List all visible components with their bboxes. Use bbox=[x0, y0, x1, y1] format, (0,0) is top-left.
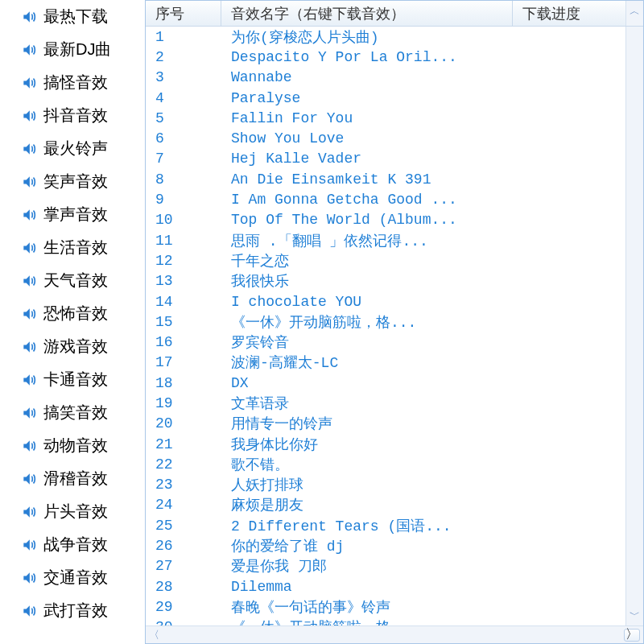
row-index: 1 bbox=[146, 29, 221, 45]
row-name: 罗宾铃音 bbox=[221, 332, 514, 352]
table-row[interactable]: 5Fallin For You bbox=[146, 108, 625, 128]
sidebar-item[interactable]: 滑稽音效 bbox=[21, 462, 138, 495]
table-row[interactable]: 26你的爱给了谁 dj bbox=[146, 535, 625, 555]
speaker-icon bbox=[21, 141, 37, 157]
scroll-right-icon[interactable]: 〉 bbox=[624, 629, 640, 642]
table-row[interactable]: 20用情专一的铃声 bbox=[146, 414, 625, 434]
row-index: 28 bbox=[146, 579, 221, 595]
table-row[interactable]: 1为你(穿梭恋人片头曲) bbox=[146, 27, 625, 47]
sidebar-item[interactable]: 交通音效 bbox=[21, 561, 138, 594]
table-row[interactable]: 252 Different Tears (国语... bbox=[146, 515, 625, 535]
table-row[interactable]: 11思雨 .「翻唱 」依然记得... bbox=[146, 230, 625, 250]
sidebar-item[interactable]: 恐怖音效 bbox=[21, 297, 138, 330]
table-body: 1为你(穿梭恋人片头曲)2Despacito Y Por La Oril...3… bbox=[146, 27, 625, 625]
sidebar-item[interactable]: 搞笑音效 bbox=[21, 396, 138, 429]
speaker-icon bbox=[21, 405, 37, 421]
speaker-icon bbox=[21, 372, 37, 388]
sidebar-item[interactable]: 游戏音效 bbox=[21, 330, 138, 363]
sidebar-item[interactable]: 片头音效 bbox=[21, 495, 138, 528]
header-index[interactable]: 序号 bbox=[146, 1, 221, 26]
sidebar-item[interactable]: 卡通音效 bbox=[21, 363, 138, 396]
table-row[interactable]: 9I Am Gonna Getcha Good ... bbox=[146, 189, 625, 209]
sidebar-item[interactable]: 武打音效 bbox=[21, 594, 138, 627]
header-progress[interactable]: 下载进度 bbox=[513, 1, 625, 26]
vertical-scrollbar-top[interactable]: ︿ bbox=[625, 1, 643, 26]
table-row[interactable]: 18DX bbox=[146, 373, 625, 393]
table-row[interactable]: 16罗宾铃音 bbox=[146, 332, 625, 352]
table-row[interactable]: 22歌不错。 bbox=[146, 454, 625, 474]
table-row[interactable]: 21我身体比你好 bbox=[146, 434, 625, 454]
table-row[interactable]: 7Hej Kalle Vader bbox=[146, 149, 625, 169]
sidebar-item[interactable]: 生活音效 bbox=[21, 231, 138, 264]
row-name: I Am Gonna Getcha Good ... bbox=[221, 192, 514, 208]
row-index: 6 bbox=[146, 130, 221, 147]
table-row[interactable]: 28Dilemma bbox=[146, 576, 625, 597]
row-index: 16 bbox=[146, 334, 221, 350]
table-row[interactable]: 4Paralyse bbox=[146, 88, 625, 108]
row-name: 人妖打排球 bbox=[221, 475, 514, 494]
scroll-up-icon[interactable]: ︿ bbox=[630, 4, 640, 19]
sidebar-item[interactable]: 动物音效 bbox=[21, 429, 138, 462]
vertical-scrollbar[interactable]: ﹀ bbox=[625, 27, 643, 625]
table-row[interactable]: 29春晚《一句话的事》铃声 bbox=[146, 597, 625, 617]
sidebar-item[interactable]: 笑声音效 bbox=[21, 165, 138, 198]
table-row[interactable]: 3Wannabe bbox=[146, 68, 625, 88]
row-index: 5 bbox=[146, 110, 221, 126]
table-row[interactable]: 10Top Of The World (Album... bbox=[146, 210, 625, 230]
sidebar-item[interactable]: 抖音音效 bbox=[21, 99, 138, 132]
table-row[interactable]: 2Despacito Y Por La Oril... bbox=[146, 47, 625, 67]
sidebar-item-label: 笑声音效 bbox=[43, 171, 108, 192]
sidebar-item-label: 滑稽音效 bbox=[43, 468, 108, 489]
sidebar-item[interactable]: 搞怪音效 bbox=[21, 66, 138, 99]
sidebar-item-label: 抖音音效 bbox=[43, 105, 108, 126]
sidebar-item-label: 最新DJ曲 bbox=[43, 39, 111, 60]
row-name: I chocolate YOU bbox=[221, 294, 514, 310]
table-row[interactable]: 17波澜-高耀太-LC bbox=[146, 353, 625, 373]
sidebar-item-label: 交通音效 bbox=[43, 567, 108, 588]
row-index: 25 bbox=[146, 518, 221, 534]
row-index: 10 bbox=[146, 212, 221, 228]
speaker-icon bbox=[21, 207, 37, 223]
sidebar-item[interactable]: 最热下载 bbox=[21, 0, 138, 33]
row-name: Dilemma bbox=[221, 579, 514, 595]
row-name: Show You Love bbox=[221, 130, 514, 147]
table-row[interactable]: 24麻烦是朋友 bbox=[146, 495, 625, 515]
row-name: Hej Kalle Vader bbox=[221, 151, 514, 167]
sidebar-item[interactable]: 掌声音效 bbox=[21, 198, 138, 231]
table-body-wrap: 1为你(穿梭恋人片头曲)2Despacito Y Por La Oril...3… bbox=[146, 27, 643, 625]
header-name[interactable]: 音效名字（右键下载音效） bbox=[221, 1, 513, 26]
table-row[interactable]: 15《一休》开动脑筋啦，格... bbox=[146, 312, 625, 332]
row-index: 3 bbox=[146, 69, 221, 85]
row-index: 23 bbox=[146, 477, 221, 493]
table-row[interactable]: 12千年之恋 bbox=[146, 250, 625, 270]
table-row[interactable]: 27爱是你我 刀郎 bbox=[146, 556, 625, 576]
row-name: 春晚《一句话的事》铃声 bbox=[221, 597, 514, 617]
main-panel: 序号 音效名字（右键下载音效） 下载进度 ︿ 1为你(穿梭恋人片头曲)2Desp… bbox=[145, 0, 644, 644]
row-name: 波澜-高耀太-LC bbox=[221, 353, 514, 372]
row-index: 30 bbox=[146, 619, 221, 625]
horizontal-scrollbar[interactable]: 〈 〉 bbox=[146, 625, 643, 643]
row-index: 19 bbox=[146, 395, 221, 411]
speaker-icon bbox=[21, 273, 37, 289]
sidebar-item[interactable]: 最新DJ曲 bbox=[21, 33, 138, 66]
row-name: 我很快乐 bbox=[221, 271, 514, 291]
row-name: 麻烦是朋友 bbox=[221, 495, 514, 514]
row-name: 我身体比你好 bbox=[221, 435, 514, 454]
sidebar-item[interactable]: 天气音效 bbox=[21, 264, 138, 297]
scroll-left-icon[interactable]: 〈 bbox=[149, 628, 159, 642]
sidebar-item-label: 卡通音效 bbox=[43, 369, 108, 390]
table-row[interactable]: 6Show You Love bbox=[146, 128, 625, 148]
table-row[interactable]: 14I chocolate YOU bbox=[146, 291, 625, 312]
table-row[interactable]: 19文革语录 bbox=[146, 393, 625, 413]
sidebar-item[interactable]: 战争音效 bbox=[21, 528, 138, 561]
table-row[interactable]: 23人妖打排球 bbox=[146, 475, 625, 495]
table-row[interactable]: 30《一休》开动脑筋啦，格... bbox=[146, 617, 625, 625]
row-index: 15 bbox=[146, 314, 221, 330]
scroll-down-icon[interactable]: ﹀ bbox=[630, 608, 640, 622]
sidebar-item-label: 片头音效 bbox=[43, 501, 108, 522]
table-row[interactable]: 8An Die Einsamkeit K 391 bbox=[146, 169, 625, 189]
row-index: 17 bbox=[146, 354, 221, 370]
sidebar-item[interactable]: 最火铃声 bbox=[21, 132, 138, 165]
row-name: DX bbox=[221, 375, 514, 391]
table-row[interactable]: 13我很快乐 bbox=[146, 271, 625, 291]
